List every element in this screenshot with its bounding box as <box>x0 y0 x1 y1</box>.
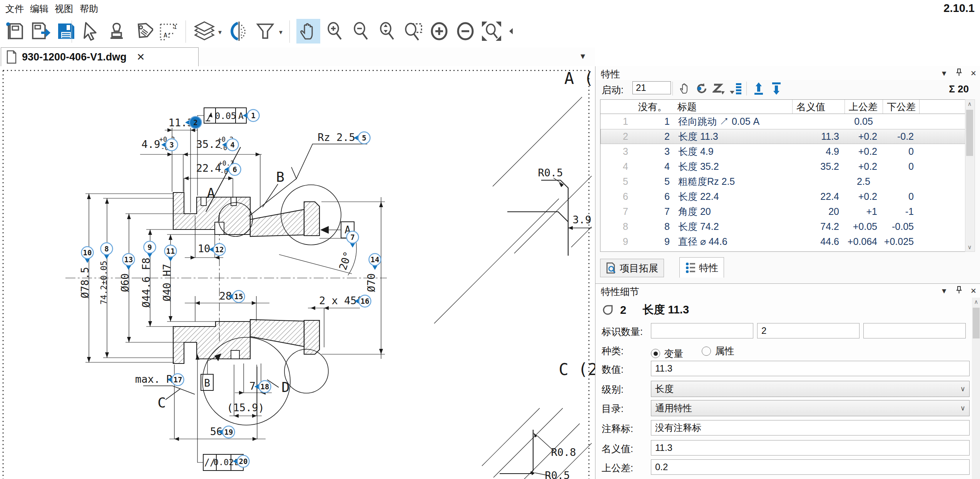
table-row[interactable]: 44长度 35.235.2+0.20 <box>600 159 971 174</box>
table-row[interactable]: 77角度 2020+1-1 <box>600 204 971 219</box>
id-count-input-3[interactable] <box>863 323 966 338</box>
scroll-up-icon[interactable]: ∧ <box>972 298 980 306</box>
table-row[interactable]: 66长度 22.422.4+0.20 <box>600 189 971 204</box>
table-scrollbar[interactable]: ∧ ∨ <box>965 99 975 252</box>
svg-text:A: A <box>164 32 167 39</box>
select-cursor-icon[interactable] <box>79 19 102 44</box>
z-order-icon[interactable] <box>711 81 726 96</box>
tab-project-explorer[interactable]: 项目拓展 <box>600 259 664 277</box>
catalog-select[interactable]: 通用特性∨ <box>651 400 970 416</box>
details-scrollbar[interactable]: ∧ <box>972 298 980 479</box>
balloon-8[interactable]: 8 <box>101 243 113 260</box>
list-order-icon[interactable] <box>728 81 743 96</box>
balloon-7[interactable]: 7 <box>347 231 359 248</box>
mirror-view-icon[interactable] <box>227 19 251 44</box>
table-row[interactable]: 22长度 11.311.3+0.2-0.2 <box>600 129 971 144</box>
tag-icon[interactable] <box>131 19 155 44</box>
chevron-down-icon: ∨ <box>960 404 965 412</box>
table-cell: +0.025 <box>883 234 919 249</box>
layers-icon[interactable] <box>192 19 216 44</box>
scrollbar-thumb[interactable] <box>973 308 980 338</box>
zoom-out-icon[interactable] <box>349 19 373 44</box>
balloon-1[interactable]: 1 <box>243 110 259 122</box>
zoom-window-icon[interactable] <box>401 19 425 44</box>
balloon-12[interactable]: 12 <box>209 244 226 256</box>
table-cell: 7 <box>600 204 634 219</box>
panel-menu-icon[interactable]: ▼ <box>940 69 948 78</box>
balloon-11[interactable]: 11 <box>165 245 177 262</box>
table-row[interactable]: 11径向跳动 ↗ 0.05 A0.05 <box>600 114 971 129</box>
balloon-5[interactable]: 5 <box>354 132 370 144</box>
move-down-icon[interactable] <box>769 81 784 96</box>
table-row[interactable]: 55粗糙度Rz 2.52.5 <box>600 174 971 189</box>
pick-hand-icon[interactable] <box>677 81 692 96</box>
panel-close-icon[interactable]: ✕ <box>970 286 977 295</box>
capture-region-icon[interactable]: A1 <box>157 19 181 44</box>
open-document-icon[interactable] <box>28 19 52 44</box>
decrease-icon[interactable] <box>453 19 477 44</box>
level-select[interactable]: 长度∨ <box>651 381 970 397</box>
table-cell: 5 <box>634 174 674 189</box>
details-panel-header: 特性细节 ▼ ✕ <box>595 284 980 298</box>
table-row[interactable]: 33长度 4.94.9+0.20 <box>600 144 971 159</box>
dimension-text: B <box>276 169 284 185</box>
start-number-input[interactable] <box>632 81 671 94</box>
menu-view[interactable]: 视图 <box>55 3 73 15</box>
filter-dropdown-icon[interactable]: ▼ <box>278 29 284 35</box>
note-input[interactable] <box>651 420 970 435</box>
scroll-up-icon[interactable]: ∧ <box>965 100 974 108</box>
svg-text:17: 17 <box>174 375 182 384</box>
tab-characteristics[interactable]: 特性 <box>679 257 724 278</box>
table-cell: 4 <box>634 159 674 174</box>
dimension-text: 20° <box>337 250 354 271</box>
selected-item-header: 2 长度 11.3 <box>602 302 689 318</box>
panel-pin-icon[interactable] <box>956 69 962 78</box>
balloon-10[interactable]: 10 <box>82 247 94 263</box>
document-tab[interactable]: 930-1200-406-V1.dwg ✕ <box>1 47 199 66</box>
new-document-icon[interactable] <box>3 19 27 44</box>
save-icon[interactable] <box>54 19 78 44</box>
zoom-dynamic-icon[interactable] <box>375 19 399 44</box>
panel-close-icon[interactable]: ✕ <box>970 69 977 78</box>
menu-file[interactable]: 文件 <box>5 3 24 15</box>
svg-text:7: 7 <box>350 233 355 241</box>
balloon-14[interactable]: 14 <box>369 254 381 270</box>
table-row[interactable]: 88长度 74.274.2+0.05-0.05 <box>600 219 971 234</box>
svg-text:18: 18 <box>261 382 269 391</box>
panel-menu-icon[interactable]: ▼ <box>940 287 948 295</box>
zoom-fit-icon[interactable] <box>480 19 503 44</box>
filter-icon[interactable] <box>253 19 277 44</box>
tab-list-menu-icon[interactable]: ▼ <box>579 52 587 61</box>
panel-pin-icon[interactable] <box>956 286 962 296</box>
table-row[interactable]: 99直径 ⌀ 44.644.6+0.064+0.025 <box>600 234 971 249</box>
zoom-in-icon[interactable] <box>323 19 346 44</box>
pan-hand-icon[interactable] <box>296 19 320 44</box>
drawing-canvas[interactable]: 11.34.9+0.2-035.2+0.2-022.4+0.2-0Rz 2.50… <box>0 66 595 479</box>
radio-variable[interactable]: 变量 <box>651 347 683 360</box>
scroll-down-icon[interactable]: ∨ <box>965 243 974 251</box>
table-cell: 长度 4.9 <box>674 144 792 159</box>
balloon-13[interactable]: 13 <box>123 254 135 270</box>
renumber-icon[interactable] <box>694 81 709 96</box>
nominal-input[interactable] <box>651 440 970 456</box>
menu-edit[interactable]: 编辑 <box>30 3 48 15</box>
collapse-toolbar-icon[interactable] <box>505 19 517 44</box>
stamp-icon[interactable] <box>105 19 129 44</box>
scrollbar-thumb[interactable] <box>966 110 973 156</box>
upper-tolerance-input[interactable] <box>651 459 970 475</box>
radio-attribute[interactable]: 属性 <box>702 345 734 357</box>
id-count-input-1[interactable] <box>651 323 753 338</box>
table-cell: 粗糙度Rz 2.5 <box>674 174 792 189</box>
svg-text:15: 15 <box>234 292 243 301</box>
increase-icon[interactable] <box>427 19 451 44</box>
menu-help[interactable]: 帮助 <box>80 3 98 15</box>
id-count-input-2[interactable] <box>757 323 860 338</box>
tab-close-icon[interactable]: ✕ <box>137 51 145 63</box>
move-up-icon[interactable] <box>751 81 766 96</box>
table-cell: 0 <box>883 144 919 159</box>
layers-dropdown-icon[interactable]: ▼ <box>217 29 223 35</box>
value-input[interactable] <box>651 361 970 376</box>
dimension-text: A <box>207 185 215 201</box>
menu-bar: 文件 编辑 视图 帮助 2.10.1 <box>0 0 980 17</box>
balloon-9[interactable]: 9 <box>144 241 156 258</box>
